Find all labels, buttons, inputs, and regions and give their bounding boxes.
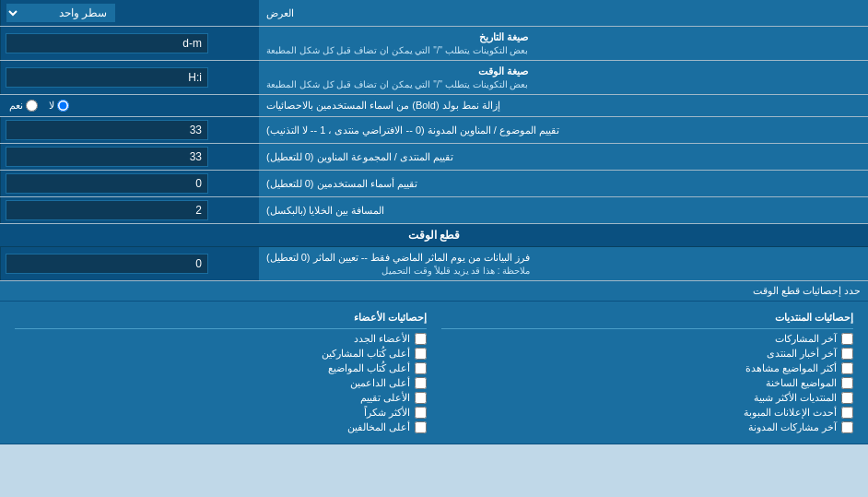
member-cb-label-7: أعلى المخالفين [347,421,410,433]
forum-cb-label-4: المواضيع الساخنة [766,377,837,389]
users-order-row: تقييم أسماء المستخدمين (0 للتعطيل) [0,171,868,197]
member-checkbox-item-1: الأعضاء الجدد [15,333,427,345]
forum-order-input-cell [0,144,258,170]
member-cb-6[interactable] [415,407,427,419]
member-cb-label-3: أعلى كُتاب المواضيع [328,362,410,374]
limit-stats-row: حدد إحصائيات قطع الوقت [0,281,868,302]
time-cut-label: فرز البيانات من يوم الماثر الماضي فقط --… [258,247,868,280]
member-cb-1[interactable] [415,333,427,345]
forum-stats-col: إحصائيات المنتديات آخر المشاركات آخر أخب… [434,306,861,439]
users-order-input-cell [0,171,258,196]
forum-cb-label-1: آخر المشاركات [775,333,837,345]
checkbox-item-5: المنتديات الأكثر شبية [441,392,853,404]
checkbox-item-2: آخر أخبار المنتدى [441,348,853,360]
time-format-input-cell [0,61,258,94]
cell-spacing-input-cell [0,197,258,223]
forum-cb-1[interactable] [841,333,853,345]
checkbox-item-3: أكثر المواضيع مشاهدة [441,362,853,374]
member-checkbox-item-4: أعلى الداعمين [15,377,427,389]
member-cb-label-2: أعلى كُتاب المشاركين [322,348,410,360]
users-order-label: تقييم أسماء المستخدمين (0 للتعطيل) [258,171,868,196]
time-cut-section-header: قطع الوقت [0,224,868,247]
cell-spacing-input[interactable] [6,200,208,220]
display-select[interactable]: سطر واحد سطرين ثلاثة أسطر [6,3,116,23]
member-cb-label-1: الأعضاء الجدد [354,333,410,345]
bold-no-radio[interactable] [57,100,69,112]
forum-cb-label-5: المنتديات الأكثر شبية [754,392,837,404]
member-cb-label-6: الأكثر شكراً [364,407,410,419]
time-cut-input[interactable] [6,254,208,274]
member-cb-2[interactable] [415,348,427,360]
member-cb-5[interactable] [415,392,427,404]
member-cb-7[interactable] [415,421,427,433]
forum-stats-header: إحصائيات المنتديات [441,309,853,329]
time-cut-row: فرز البيانات من يوم الماثر الماضي فقط --… [0,247,868,281]
forum-cb-label-6: أحدث الإعلانات المبوبة [744,407,837,419]
member-cb-3[interactable] [415,362,427,374]
checkboxes-row: إحصائيات المنتديات آخر المشاركات آخر أخب… [7,306,861,439]
topics-order-label: تقييم الموضوع / المناوين المدونة (0 -- ا… [258,117,868,143]
forum-order-row: تقييم المنتدى / المجموعة المناوين (0 للت… [0,144,868,171]
member-checkbox-item-7: أعلى المخالفين [15,421,427,433]
bold-remove-row: إزالة نمط بولد (Bold) من اسماء المستخدمي… [0,95,868,117]
display-label: العرض [258,0,868,26]
member-cb-4[interactable] [415,377,427,389]
forum-cb-6[interactable] [841,407,853,419]
display-input-cell: سطر واحد سطرين ثلاثة أسطر [0,0,258,26]
forum-order-input[interactable] [6,147,208,167]
forum-order-label: تقييم المنتدى / المجموعة المناوين (0 للت… [258,144,868,170]
forum-cb-5[interactable] [841,392,853,404]
users-order-input[interactable] [6,173,208,194]
forum-cb-label-2: آخر أخبار المنتدى [767,348,837,360]
bold-yes-radio[interactable] [26,100,38,112]
forum-cb-7[interactable] [841,421,853,433]
cell-spacing-row: المسافة بين الخلايا (بالبكسل) [0,197,868,224]
limit-stats-label: حدد إحصائيات قطع الوقت [7,285,861,297]
display-row: العرض سطر واحد سطرين ثلاثة أسطر [0,0,868,27]
member-stats-header: إحصائيات الأعضاء [15,309,427,329]
bold-yes-label: نعم [9,100,38,112]
time-cut-input-cell [0,247,258,280]
cell-spacing-label: المسافة بين الخلايا (بالبكسل) [258,197,868,223]
member-checkbox-item-3: أعلى كُتاب المواضيع [15,362,427,374]
time-format-input[interactable] [6,67,208,88]
member-stats-col: إحصائيات الأعضاء الأعضاء الجدد أعلى كُتا… [7,306,434,439]
forum-cb-4[interactable] [841,377,853,389]
topics-order-row: تقييم الموضوع / المناوين المدونة (0 -- ا… [0,117,868,144]
date-format-input-cell [0,27,258,60]
forum-cb-label-7: آخر مشاركات المدونة [748,421,837,433]
member-cb-label-4: أعلى الداعمين [350,377,410,389]
date-format-input[interactable] [6,33,208,53]
time-format-row: صيغة الوقت بعض التكوينات يتطلب "/" التي … [0,61,868,95]
member-checkbox-item-6: الأكثر شكراً [15,407,427,419]
forum-cb-label-3: أكثر المواضيع مشاهدة [745,362,837,374]
bold-remove-label: إزالة نمط بولد (Bold) من اسماء المستخدمي… [258,95,868,116]
checkbox-item-4: المواضيع الساخنة [441,377,853,389]
date-format-label: صيغة التاريخ بعض التكوينات يتطلب "/" الت… [258,27,868,60]
member-checkbox-item-5: الأعلى تقييم [15,392,427,404]
bold-no-label: لا [49,100,69,112]
member-checkbox-item-2: أعلى كُتاب المشاركين [15,348,427,360]
forum-cb-2[interactable] [841,348,853,360]
member-cb-label-5: الأعلى تقييم [360,392,410,404]
forum-cb-3[interactable] [841,362,853,374]
checkbox-item-1: آخر المشاركات [441,333,853,345]
topics-order-input-cell [0,117,258,143]
date-format-row: صيغة التاريخ بعض التكوينات يتطلب "/" الت… [0,27,868,61]
topics-order-input[interactable] [6,120,208,140]
checkboxes-section: إحصائيات المنتديات آخر المشاركات آخر أخب… [0,302,868,444]
time-format-label: صيغة الوقت بعض التكوينات يتطلب "/" التي … [258,61,868,94]
bold-remove-radio-cell: لا نعم [0,95,258,116]
checkbox-item-7: آخر مشاركات المدونة [441,421,853,433]
checkbox-item-6: أحدث الإعلانات المبوبة [441,407,853,419]
